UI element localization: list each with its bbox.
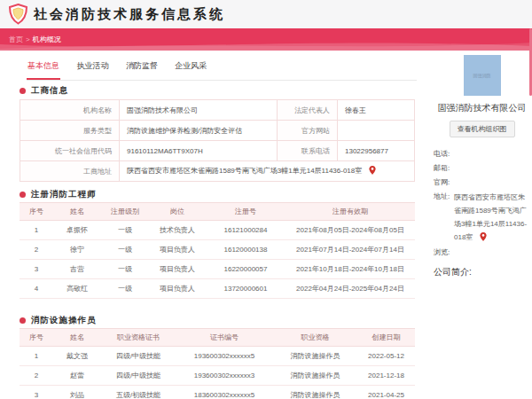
business-address-cell: 陕西省西安市雁塔区朱雀南路1589号南飞鸿广场3幢1单元14层11436-018… <box>120 161 415 182</box>
table-cell: 3 <box>20 260 53 279</box>
table-cell: 一级 <box>101 260 149 279</box>
column-header: 姓名 <box>53 203 101 221</box>
service-type-value: 消防设施维护保养检测/消防安全评估 <box>120 121 278 141</box>
section-title: 注册消防工程师 <box>31 189 97 200</box>
app-header: 社会消防技术服务信息系统 <box>0 0 532 28</box>
section-bullet-icon <box>20 88 26 94</box>
table-cell: 193600302xxxxxx5 <box>176 347 273 366</box>
column-header: 注册号 <box>206 203 286 221</box>
table-cell: 16220000057 <box>206 260 286 279</box>
field-label: 法定代表人 <box>278 100 338 121</box>
column-header: 序号 <box>20 329 53 347</box>
table-row: 服务类型 消防设施维护保养检测/消防安全评估 官方网站 <box>20 121 415 141</box>
field-label: 地址: <box>434 190 454 246</box>
table-row: 4高敬红一级项目负责人137200006012022年04月24日-2025年0… <box>20 279 415 299</box>
field-label: 机构名称 <box>20 100 120 121</box>
section-title: 工商信息 <box>31 85 68 97</box>
breadcrumb-current: 机构概况 <box>33 35 61 43</box>
table-header-row: 序号姓名注册级别岗位注册号注册有效期 <box>20 203 415 221</box>
column-header: 序号 <box>20 203 53 221</box>
tab-fire-supervision[interactable]: 消防监督 <box>125 59 159 78</box>
company-profile-label: 公司简介: <box>434 266 530 278</box>
table-cell: 五级/初级技能 <box>101 386 176 399</box>
table-cell: 1 <box>20 347 53 366</box>
table-cell: 徐宁 <box>53 240 101 260</box>
column-header: 职业资格证书 <box>101 329 176 347</box>
field-phone: 电话: <box>434 147 530 161</box>
breadcrumb-home-link[interactable]: 首页 <box>9 35 23 43</box>
table-cell: 2 <box>20 366 53 386</box>
table-cell: 16121000284 <box>206 221 286 240</box>
column-header: 岗位 <box>149 203 206 221</box>
field-address: 地址: 陕西省西安市雁塔区朱雀南路1589号南飞鸿广场3幢1单元14层11436… <box>434 190 530 246</box>
table-cell: 4 <box>20 279 53 299</box>
field-label: 统一社会信用代码 <box>20 141 120 161</box>
table-cell: 高敬红 <box>53 279 101 299</box>
breadcrumb-band <box>0 28 532 51</box>
breadcrumb-separator: > <box>26 35 30 43</box>
column-header: 注册有效期 <box>286 203 415 221</box>
shield-icon <box>8 4 28 25</box>
table-cell: 项目负责人 <box>149 279 206 299</box>
field-label: 服务类型 <box>20 121 120 141</box>
table-cell: 2021年08月05日-2024年08月05日 <box>286 221 415 240</box>
table-cell: 消防设施操作员 <box>273 386 357 399</box>
breadcrumb: 首页>机构概况 <box>9 35 61 44</box>
column-header: 姓名 <box>53 329 101 347</box>
table-cell: 2021年07月14日-2024年07月14日 <box>286 240 415 260</box>
table-cell: 3 <box>20 386 53 399</box>
table-cell: 卓振怀 <box>53 221 101 240</box>
table-cell: 16120000138 <box>206 240 286 260</box>
field-label: 官方网站 <box>278 121 338 141</box>
tab-company-showcase[interactable]: 企业风采 <box>174 59 207 78</box>
table-row: 工商地址 陕西省西安市雁塔区朱雀南路1589号南飞鸿广场3幢1单元14层1143… <box>20 161 415 182</box>
section-business-info: 工商信息 <box>20 85 68 97</box>
table-cell: 刘晶 <box>53 386 101 399</box>
table-row: 3刘晶五级/初级技能183600302xxxxxx5消防设施操作员2021-04… <box>20 386 415 399</box>
column-header: 注册级别 <box>101 203 149 221</box>
location-pin-icon[interactable] <box>369 166 376 176</box>
section-bullet-icon <box>20 317 26 324</box>
field-label: 电话: <box>434 147 454 161</box>
org-name-value: 固强消防技术有限公司 <box>120 100 278 121</box>
org-address-value: 陕西省西安市雁塔区朱雀南路1589号南飞鸿广场3幢1单元14层11436-018… <box>454 190 530 246</box>
table-cell: 项目负责人 <box>149 240 206 260</box>
table-cell: 13720000601 <box>206 279 286 299</box>
table-cell: 2021-04-25 <box>357 386 415 399</box>
org-logo-text: 固强消防 <box>473 73 491 78</box>
table-cell: 2022-05-12 <box>357 347 415 366</box>
location-pin-icon[interactable] <box>480 232 487 246</box>
table-cell: 吉营 <box>53 260 101 279</box>
field-website: 官网: <box>434 176 530 190</box>
table-cell: 消防设施操作员 <box>273 347 357 366</box>
tab-practice-activity[interactable]: 执业活动 <box>75 59 109 78</box>
table-cell: 2021-12-18 <box>357 366 415 386</box>
table-cell: 项目负责人 <box>149 260 206 279</box>
tab-basic-info[interactable]: 基本信息 <box>27 59 60 80</box>
section-title: 消防设施操作员 <box>31 315 97 326</box>
table-cell: 2021年10月18日-2024年10月18日 <box>286 260 415 279</box>
table-cell: 赵蕾 <box>53 366 101 386</box>
table-cell: 183600302xxxxxx5 <box>176 386 273 399</box>
section-bullet-icon <box>20 192 26 198</box>
table-row: 机构名称 固强消防技术有限公司 法定代表人 徐春王 <box>20 100 415 121</box>
table-cell: 2 <box>20 240 53 260</box>
field-label: 工商地址 <box>20 161 120 182</box>
field-label: 浏览: <box>434 246 454 260</box>
table-cell: 1 <box>20 221 53 240</box>
legal-rep-value: 徐春王 <box>338 100 415 121</box>
table-cell: 2022年04月24日-2025年04月24日 <box>286 279 415 299</box>
table-cell: 技术负责人 <box>149 221 206 240</box>
section-facility-operators: 消防设施操作员 <box>20 315 97 326</box>
column-header: 职业资格 <box>273 329 357 347</box>
table-cell: 一级 <box>101 221 149 240</box>
credit-code-value: 91610112MA6TT9X07H <box>120 141 278 161</box>
table-header-row: 序号姓名职业资格证书证书编号职业资格创建日期 <box>20 329 415 347</box>
table-row: 统一社会信用代码 91610112MA6TT9X07H 联系电话 1302295… <box>20 141 415 161</box>
page: 社会消防技术服务信息系统 首页>机构概况 基本信息 执业活动 消防监督 企业风采… <box>0 0 532 399</box>
view-org-chart-button[interactable]: 查看机构组织图 <box>450 121 515 137</box>
field-email: 邮箱: <box>434 161 530 176</box>
org-contact-fields: 电话: 邮箱: 官网: 地址: 陕西省西安市雁塔区朱雀南路1589号南飞鸿广场3… <box>434 147 530 260</box>
business-info-table: 机构名称 固强消防技术有限公司 法定代表人 徐春王 服务类型 消防设施维护保养检… <box>20 99 415 182</box>
table-cell: 四级/中级技能 <box>101 347 176 366</box>
